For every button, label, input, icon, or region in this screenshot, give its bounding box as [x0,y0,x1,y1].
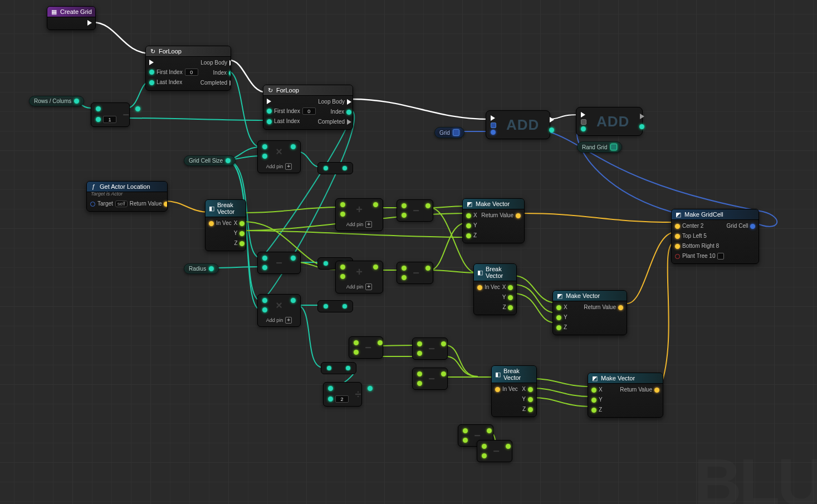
x-pin[interactable]: X [501,283,515,291]
node-get-actor-location[interactable]: ƒ Get Actor Location Target is Actor Tar… [86,181,168,212]
loop-body-pin[interactable]: Loop Body [317,98,353,106]
return-value-pin[interactable]: Return Value [480,212,522,219]
array-in-pin[interactable] [490,122,497,129]
pin-b[interactable] [261,153,268,159]
pin-b[interactable] [400,275,408,281]
first-index-pin[interactable]: First Index [148,68,199,76]
first-index-pin[interactable]: First Index [266,107,317,115]
index-pin[interactable]: Index [330,108,353,116]
bottomright-pin[interactable]: Bottom Right 8 [674,242,720,250]
node-make-vector-2[interactable]: ◩ Make Vector X Y Z Return Value [552,290,627,335]
reroute-node[interactable] [321,362,356,374]
pin-b[interactable] [261,307,268,313]
pin-a[interactable] [95,106,102,112]
pin-b[interactable] [95,115,118,124]
exec-out-pin[interactable] [638,113,645,120]
add-pin-button[interactable]: Add pin+ [258,162,300,173]
pin-result[interactable] [424,265,432,271]
z-pin[interactable]: Z [590,406,603,414]
y-pin[interactable]: Y [465,222,478,229]
add-pin-button[interactable]: Add pin+ [258,316,300,326]
node-make-gridcell[interactable]: ◩ Make GridCell Center 2 Top Left 5 Bott… [671,209,759,264]
z-pin[interactable]: Z [233,239,246,247]
first-index-input[interactable] [302,107,316,115]
z-pin[interactable]: Z [555,324,568,331]
z-pin[interactable]: Z [501,304,514,311]
last-index-pin[interactable]: Last Index [266,118,301,125]
pin-b[interactable] [339,211,346,217]
pin-b[interactable] [327,395,350,403]
node-make-vector-1[interactable]: ◩ Make Vector X Y Z Return Value [462,198,525,243]
exec-in-pin[interactable] [148,59,155,66]
x-pin[interactable]: X [555,304,569,311]
return-value-pin[interactable]: Return Value [129,200,168,208]
exec-in-pin[interactable] [580,111,588,118]
x-pin[interactable]: X [465,212,478,219]
pin-b[interactable] [339,273,346,280]
pin-result[interactable] [372,202,379,208]
var-grid[interactable]: Grid [434,127,464,138]
node-break-vector-3[interactable]: ◧ Break Vector In Vec X Y Z [491,365,537,417]
node-array-add-1[interactable]: ADD [486,110,550,139]
pin-result[interactable] [290,144,297,150]
pin-result[interactable] [424,203,432,209]
y-pin[interactable]: Y [590,396,604,404]
completed-pin[interactable]: Completed [317,118,353,126]
pin-a[interactable] [339,202,346,208]
node-divide[interactable]: ÷ [323,382,362,407]
x-pin[interactable]: X [233,219,246,227]
sub-value-input[interactable] [103,116,116,123]
pin-a[interactable] [400,265,408,271]
array-in-pin[interactable] [580,119,588,125]
completed-pin[interactable]: Completed [199,79,231,87]
index-out-pin[interactable] [548,127,555,133]
node-forloop-1[interactable]: ↻ ForLoop First Index Last Index Loop Bo… [145,46,231,91]
y-pin[interactable]: Y [555,314,569,321]
node-create-grid[interactable]: ▦ Create Grid [47,6,96,30]
node-subtract-float-3[interactable]: − [397,262,433,284]
return-value-pin[interactable]: Return Value [619,386,661,394]
node-subtract-float-1[interactable]: − [257,252,301,274]
var-radius[interactable]: Radius [184,263,219,274]
pin-a[interactable] [261,297,268,304]
node-subtract-float-2[interactable]: − [397,199,433,222]
last-index-pin[interactable]: Last Index [148,79,183,86]
gridcell-pin[interactable]: Grid Cell [725,222,756,230]
pin-result[interactable] [366,385,374,392]
exec-in-pin[interactable] [490,115,497,121]
pin-out[interactable] [453,129,459,136]
divide-value-input[interactable] [335,395,349,403]
z-pin[interactable]: Z [465,232,478,239]
node-break-vector-1[interactable]: ◧ Break Vector In Vec X Y Z [205,199,246,251]
y-pin[interactable]: Y [233,229,246,237]
add-pin-button[interactable]: Add pin+ [336,282,383,293]
y-pin[interactable]: Y [521,395,534,403]
node-op-small-3[interactable]: − [412,368,448,390]
node-add-float-2[interactable]: + Add pin+ [335,261,383,293]
node-op-small-2[interactable]: − [412,337,448,360]
pin-a[interactable] [400,203,408,209]
pin-out[interactable] [610,144,617,150]
pin-b[interactable] [400,212,408,218]
planttree-pin[interactable]: Plant Tree 10 [674,252,725,260]
node-add-float-1[interactable]: + Add pin+ [335,198,383,231]
pin-out[interactable] [226,158,231,163]
exec-in-pin[interactable] [266,98,272,105]
pin-result[interactable] [372,264,379,270]
pin-result[interactable] [290,255,297,261]
var-rand-grid[interactable]: Rand Grid [577,141,622,153]
index-pin[interactable]: Index [212,69,231,77]
loop-body-pin[interactable]: Loop Body [199,59,231,67]
topleft-pin[interactable]: Top Left 5 [674,232,708,240]
z-pin[interactable]: Z [521,405,534,413]
node-break-vector-2[interactable]: ◧ Break Vector In Vec X Y Z [473,263,517,315]
center-pin[interactable]: Center 2 [674,222,705,230]
pin-a[interactable] [339,264,346,270]
pin-out[interactable] [74,99,79,104]
x-pin[interactable]: X [521,385,534,393]
invec-pin[interactable]: In Vec [494,385,519,393]
node-multiply-1[interactable]: × Add pin+ [257,140,301,173]
node-multiply-2[interactable]: × Add pin+ [257,294,301,327]
target-pin[interactable]: Targetself [89,200,129,208]
node-op-small-1[interactable]: − [349,336,383,359]
